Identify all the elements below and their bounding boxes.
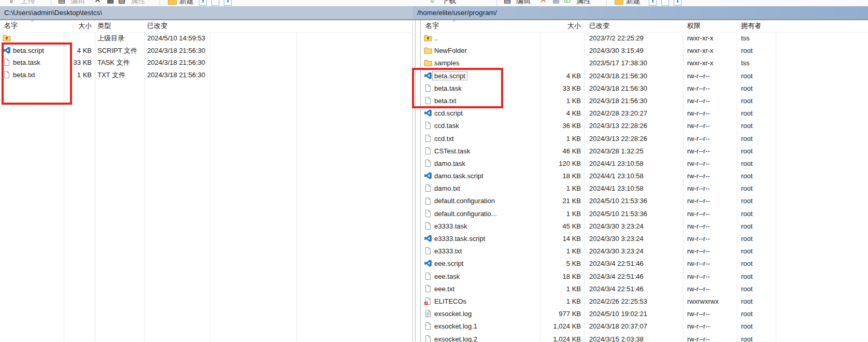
remote-path-bar[interactable]: /home/elite/user/program/ [413, 6, 868, 19]
file-size: 1 KB [540, 95, 581, 107]
file-row-CSTest.task[interactable]: CSTest.task46 KB2024/3/28 1:32:25rw-r--r… [421, 145, 868, 158]
copy-icon[interactable]: ▦ [552, 0, 560, 5]
file-rights: rw-r--r-- [687, 145, 710, 158]
delete-icon[interactable]: ✕ [540, 0, 547, 5]
file-name: ccd.script [433, 107, 464, 120]
file-row-damo.task[interactable]: damo.task120 KB2024/4/1 23:10:58rw-r--r-… [421, 158, 868, 170]
file-row-beta.txt[interactable]: beta.txt1 KBTXT 文件2024/3/18 21:56:30 [0, 69, 412, 81]
edit-icon[interactable]: ▤ [504, 0, 511, 5]
file-size: 4 KB [540, 107, 581, 120]
file-row-NewFolder[interactable]: NewFolder2024/3/30 3:15:49rwxr-xr-xroot [421, 45, 868, 57]
pane-toggle-down-icon[interactable]: ⬇ [224, 0, 232, 6]
vscode-icon [424, 107, 432, 120]
file-type: TASK 文件 [97, 56, 130, 69]
file-rights: rw-r--r-- [687, 333, 710, 342]
file-row-beta.task[interactable]: beta.task33 KBTASK 文件2024/3/18 21:56:30 [0, 56, 412, 69]
file-name: beta.script [11, 45, 46, 57]
file-changed: 2024/3/13 22:28:26 [589, 133, 647, 145]
file-row-eee.script[interactable]: eee.script5 KB2024/3/4 22:51:46rw-r--r--… [421, 258, 868, 270]
file-icon [424, 283, 432, 295]
vscode-icon [424, 258, 432, 270]
edit-icon[interactable]: ▤ [58, 0, 65, 5]
pane-toggle-icon[interactable] [211, 0, 219, 6]
download-icon[interactable]: ⇩ [429, 0, 436, 5]
file-row-beta.task[interactable]: beta.task33 KB2024/3/18 21:56:30rw-r--r-… [421, 82, 868, 95]
file-owner: root [741, 133, 752, 145]
copy-icon[interactable]: ▦ [107, 0, 114, 5]
pane-toggle-down-icon[interactable]: ⬇ [674, 0, 681, 6]
file-changed: 2024/3/4 22:51:46 [589, 270, 644, 283]
new-button[interactable]: 新建 [179, 0, 194, 6]
file-icon [424, 245, 432, 258]
header-size[interactable]: 大小 [540, 20, 581, 32]
vscode-icon [424, 233, 432, 245]
file-row-default.configuratio...[interactable]: default.configuratio...1 KB2024/5/10 21:… [421, 208, 868, 220]
upload-icon[interactable]: ⇧ [8, 0, 15, 5]
file-owner: root [741, 45, 752, 57]
download-button[interactable]: 下载 [442, 0, 456, 6]
checklist-icon[interactable]: ☑ [564, 0, 571, 5]
edit-button[interactable]: 编辑 [516, 0, 531, 6]
header-changed[interactable]: 已改变 [147, 20, 167, 32]
properties-button[interactable]: 属性 [576, 0, 591, 6]
new-folder-icon[interactable] [615, 0, 623, 5]
new-folder-icon[interactable] [168, 0, 177, 5]
file-size: 1,024 KB [540, 333, 581, 342]
file-changed: 2024/3/13 22:28:26 [589, 120, 647, 132]
file-rights: rwxr-xr-x [687, 57, 714, 69]
file-row-damo.txt[interactable]: damo.txt1 KB2024/4/1 23:10:58rw-r--r--ro… [421, 182, 868, 195]
file-changed: 2023/7/2 22:25:29 [589, 32, 644, 45]
header-size[interactable]: 大小 [64, 20, 92, 32]
file-row-..[interactable]: ..2023/7/2 22:25:29rwxr-xr-xtss [421, 32, 868, 45]
file-icon [424, 195, 432, 207]
file-row-parent-directory[interactable]: 上级目录2024/5/10 14:59:53 [0, 32, 412, 45]
toolbar: ⇧ 上传 ▤ 编辑 ✕ ▦ ▧ 属性 新建 ⬆ ⬇ ⇩ 下载 ▤ 编辑 ✕ ▦ … [0, 0, 868, 6]
file-row-exsocket.log.2[interactable]: exsocket.log.21,024 KB2024/3/15 2:03:38r… [421, 333, 868, 342]
header-owner[interactable]: 拥有者 [741, 20, 761, 32]
delete-icon[interactable]: ✕ [94, 0, 101, 5]
file-row-beta.script[interactable]: beta.script4 KBSCRIPT 文件2024/3/18 21:56:… [0, 45, 412, 57]
file-row-ccd.script[interactable]: ccd.script4 KB2024/2/28 23:20:27rw-r--r-… [421, 107, 868, 120]
file-row-samples[interactable]: samples2023/5/17 17:38:30rwxr-xr-xtss [421, 57, 868, 69]
panel-splitter[interactable] [415, 20, 416, 342]
header-name[interactable]: 名字 [4, 20, 18, 32]
file-row-beta.txt[interactable]: beta.txt1 KB2024/3/18 21:56:30rw-r--r--r… [421, 95, 868, 107]
header-type[interactable]: 类型 [97, 20, 111, 32]
edit-button[interactable]: 编辑 [70, 0, 85, 6]
file-name: beta.task [433, 82, 463, 95]
checklist-icon[interactable]: ▧ [118, 0, 125, 5]
file-row-eee.task[interactable]: eee.task18 KB2024/3/4 22:51:46rw-r--r--r… [421, 270, 868, 283]
remote-file-panel: 名字 ^ 大小 已改变 权限 拥有者 ..2023/7/2 22:25:29rw… [421, 20, 868, 342]
file-row-e3333.txt[interactable]: e3333.txt1 KB2024/3/30 3:23:24rw-r--r--r… [421, 245, 868, 258]
file-row-exsocket.log[interactable]: exsocket.log977 KB2024/5/10 19:02:21rw-r… [421, 308, 868, 320]
header-rights[interactable]: 权限 [687, 20, 701, 32]
header-changed[interactable]: 已改变 [589, 20, 609, 32]
file-row-ccd.task[interactable]: ccd.task36 KB2024/3/13 22:28:26rw-r--r--… [421, 120, 868, 132]
new-button[interactable]: 新建 [626, 0, 641, 6]
file-changed: 2024/3/30 3:15:49 [589, 45, 644, 57]
pane-toggle-up-icon[interactable]: ⬆ [649, 0, 657, 6]
pane-toggle-up-icon[interactable]: ⬆ [199, 0, 207, 6]
file-row-ccd.txt[interactable]: ccd.txt1 KB2024/3/13 22:28:26rw-r--r--ro… [421, 133, 868, 145]
file-row-e3333.task.script[interactable]: e3333.task.script14 KB2024/3/30 3:23:24r… [421, 233, 868, 245]
file-name: exsocket.log.2 [433, 333, 479, 342]
file-row-exsocket.log.1[interactable]: exsocket.log.11,024 KB2024/3/18 20:37:07… [421, 320, 868, 333]
file-owner: root [741, 220, 752, 233]
file-rights: rw-r--r-- [687, 133, 710, 145]
pane-toggle-icon[interactable] [661, 0, 669, 6]
file-row-default.configuration[interactable]: default.configuration21 KB2024/5/10 21:5… [421, 195, 868, 207]
file-row-damo.task.script[interactable]: damo.task.script18 KB2024/4/1 23:10:58rw… [421, 170, 868, 182]
file-rights: rw-r--r-- [687, 120, 710, 132]
properties-button[interactable]: 属性 [131, 0, 145, 6]
file-owner: root [741, 308, 752, 320]
local-path-bar[interactable]: C:\Users\admin\Desktop\testcs\ [0, 6, 413, 19]
file-owner: root [741, 295, 752, 308]
upload-button[interactable]: 上传 [21, 0, 35, 6]
header-name[interactable]: 名字 [425, 20, 439, 32]
file-row-ELITECOs[interactable]: ELITECOs1 KB2024/2/26 22:25:53rwxrwxrwxr… [421, 295, 868, 308]
file-row-eee.txt[interactable]: eee.txt1 KB2024/3/4 22:51:46rw-r--r--roo… [421, 283, 868, 295]
file-row-beta.script[interactable]: beta.script4 KB2024/3/18 21:56:30rw-r--r… [421, 70, 868, 82]
file-row-e3333.task[interactable]: e3333.task45 KB2024/3/30 3:23:24rw-r--r-… [421, 220, 868, 233]
file-changed: 2024/5/10 19:02:21 [589, 308, 647, 320]
file-name: NewFolder [433, 45, 468, 57]
